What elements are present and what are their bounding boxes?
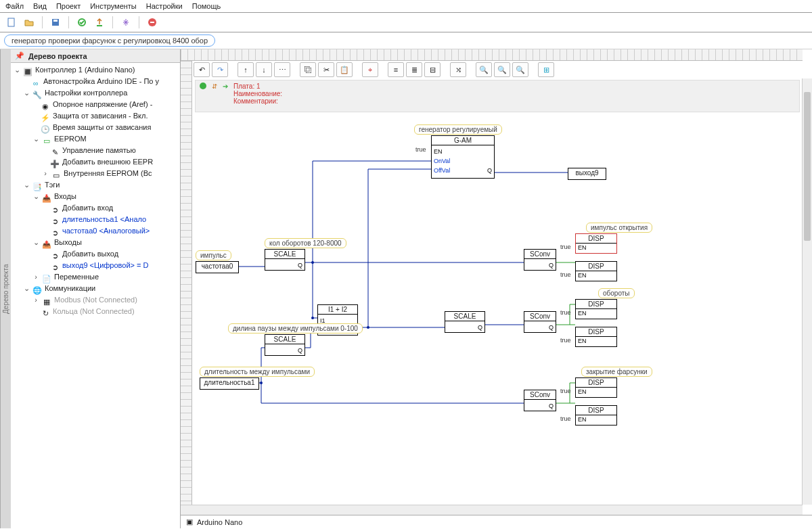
block-disp2b[interactable]: DISPEN <box>575 327 617 347</box>
align-c-icon[interactable]: ≣ <box>406 62 422 77</box>
vertical-scrollbar[interactable] <box>802 78 812 505</box>
check-icon[interactable] <box>74 15 89 30</box>
tree-tags[interactable]: Тэги <box>45 179 60 191</box>
tree-output1[interactable]: выход9 <Цифровой> = D <box>62 260 148 271</box>
menu-tools[interactable]: Инструменты <box>90 2 137 10</box>
down-icon[interactable]: ↓ <box>256 62 272 77</box>
pin-icon[interactable]: 📌 <box>15 51 24 60</box>
tree-input2[interactable]: частотаа0 <Аналоговый> <box>62 225 150 237</box>
info-name: Наименование: <box>233 90 282 97</box>
tree-eeprom[interactable]: EEPROM <box>54 133 87 145</box>
svg-rect-6 <box>150 22 154 23</box>
tree-variables[interactable]: Переменные <box>54 271 99 283</box>
align-r-icon[interactable]: ⊟ <box>424 62 441 77</box>
menu-help[interactable]: Помощь <box>192 2 221 10</box>
find-icon[interactable]: ⌖ <box>362 62 378 77</box>
horizontal-scrollbar[interactable] <box>181 505 803 515</box>
disp-hdr: DISP <box>576 300 616 309</box>
menu-settings[interactable]: Настройки <box>146 2 183 10</box>
block-disp1a[interactable]: DISPEN <box>575 233 617 254</box>
side-tab-tree[interactable]: Дерево проекта <box>0 49 11 528</box>
tree-inputs[interactable]: Входы <box>54 191 76 202</box>
tree-outputs[interactable]: Выходы <box>54 237 82 248</box>
more-icon[interactable]: ⋯ <box>274 62 290 77</box>
tree-watchdog[interactable]: Защита от зависания - Вкл. <box>53 110 148 122</box>
tree-settings[interactable]: Настройки контроллера <box>45 87 127 99</box>
save-icon[interactable] <box>48 15 63 30</box>
redo-icon[interactable]: ↷ <box>212 62 228 77</box>
port-en: EN <box>578 272 587 279</box>
menu-view[interactable]: Вид <box>33 2 47 10</box>
paste-icon[interactable]: 📋 <box>336 62 353 77</box>
block-scale2[interactable]: SCALEQ <box>445 311 485 333</box>
zoom-fit-icon[interactable]: 🔍 <box>512 62 528 77</box>
tree-watchdog-time[interactable]: Время защиты от зависания <box>53 122 151 133</box>
svg-point-8 <box>311 317 314 319</box>
block-freq[interactable]: частотаа0 <box>196 261 239 273</box>
tree-add-input[interactable]: Добавить вход <box>62 202 113 214</box>
chip2-icon: ▭ <box>51 170 61 178</box>
label-rpm[interactable]: кол оборотов 120-8000 <box>265 238 346 248</box>
port-q: Q <box>549 262 554 269</box>
block-disp3b[interactable]: DISPEN <box>575 405 617 426</box>
copy-icon[interactable]: ⿻ <box>300 62 316 77</box>
label-generator[interactable]: генератор регулируемый <box>414 124 502 135</box>
block-scale1[interactable]: SCALEQ <box>265 249 305 271</box>
block-dur[interactable]: длительностьа1 <box>200 377 259 390</box>
stop-icon[interactable] <box>145 15 160 30</box>
tree-comm[interactable]: Коммуникации <box>45 283 95 294</box>
block-disp1b[interactable]: DISPEN <box>575 261 617 281</box>
up-icon[interactable]: ↑ <box>238 62 254 77</box>
align-l-icon[interactable]: ≡ <box>388 62 404 77</box>
block-disp3a[interactable]: DISPEN <box>575 377 617 398</box>
label-open[interactable]: импульс открытия <box>586 223 652 233</box>
diagram-canvas[interactable]: ↶ ↷ ↑ ↓ ⋯ ⿻ ✂ 📋 ⌖ ≡ ≣ ⊟ <box>192 61 812 505</box>
bottom-tab[interactable]: ▣ Arduino Nano <box>181 515 812 528</box>
settings-icon[interactable] <box>118 15 133 30</box>
block-disp2a[interactable]: DISPEN <box>575 299 617 319</box>
block-sconv3[interactable]: SConvQ <box>524 390 556 411</box>
undo-icon[interactable]: ↶ <box>194 62 210 77</box>
ruler-vertical <box>181 61 192 505</box>
tree-add-ext[interactable]: Добавить внешнюю EEPR <box>62 156 153 168</box>
label-close[interactable]: закрытие фарсунки <box>581 367 652 377</box>
block-scale3[interactable]: SCALEQ <box>265 334 305 356</box>
port-q: Q <box>549 402 554 409</box>
tree-mem[interactable]: Управление памятью <box>62 145 136 156</box>
tags-icon: 📑 <box>32 181 42 189</box>
open-icon[interactable] <box>22 15 37 30</box>
tree-int-eeprom[interactable]: Внутренняя EEPROM (Вс <box>64 168 152 179</box>
zoom-out-icon[interactable]: 🔍 <box>494 62 510 77</box>
port-en: EN <box>578 244 587 251</box>
tree-controller[interactable]: Контроллер 1 (Arduino Nano) <box>35 64 135 76</box>
label-rpm2[interactable]: обороты <box>598 288 635 298</box>
new-icon[interactable] <box>4 15 19 30</box>
svg-point-10 <box>260 382 263 384</box>
tree-modbus[interactable]: Modbus (Not Connected) <box>54 294 137 306</box>
project-tree[interactable]: ⌄🔳Контроллер 1 (Arduino Nano) ∞Автонастр… <box>11 63 180 319</box>
board-tab-icon: ▣ <box>186 518 193 526</box>
block-sconv2[interactable]: SConvQ <box>524 311 556 333</box>
cut-icon[interactable]: ✂ <box>318 62 334 77</box>
zoom-in-icon[interactable]: 🔍 <box>476 62 492 77</box>
arrow-icon: ➲ <box>50 250 60 258</box>
block-out9[interactable]: выход9 <box>568 168 606 180</box>
tree-autotune[interactable]: Автонастройка Arduino IDE - По у <box>43 76 159 87</box>
label-pause[interactable]: дилина паузы между импульсами 0-100 <box>228 323 363 334</box>
port-q: Q <box>487 167 492 174</box>
canvas-panel: ↶ ↷ ↑ ↓ ⋯ ⿻ ✂ 📋 ⌖ ≡ ≣ ⊟ <box>181 49 812 528</box>
menu-project[interactable]: Проект <box>56 2 81 10</box>
menu-file[interactable]: Файл <box>5 2 24 10</box>
upload-icon[interactable] <box>92 15 107 30</box>
tree-add-output[interactable]: Добавить выход <box>62 248 118 260</box>
layout-icon[interactable]: ⊞ <box>538 62 554 77</box>
tree-aref[interactable]: Опорное напряжение (Aref) - <box>53 99 152 110</box>
document-title[interactable]: генератор проверки фарсунок с регулировк… <box>4 34 215 47</box>
label-impulse[interactable]: импульс <box>196 250 231 260</box>
label-dur[interactable]: длительность между импульсами <box>200 367 315 377</box>
tree-rings[interactable]: Кольца (Not Connected) <box>53 306 135 317</box>
block-gam[interactable]: G-AM EN OnVal OffVal Q <box>431 135 495 179</box>
tree-input1[interactable]: длительностьа1 <Анало <box>62 214 146 225</box>
route-icon[interactable]: ⤭ <box>450 62 466 77</box>
block-sconv1[interactable]: SConvQ <box>524 249 556 271</box>
